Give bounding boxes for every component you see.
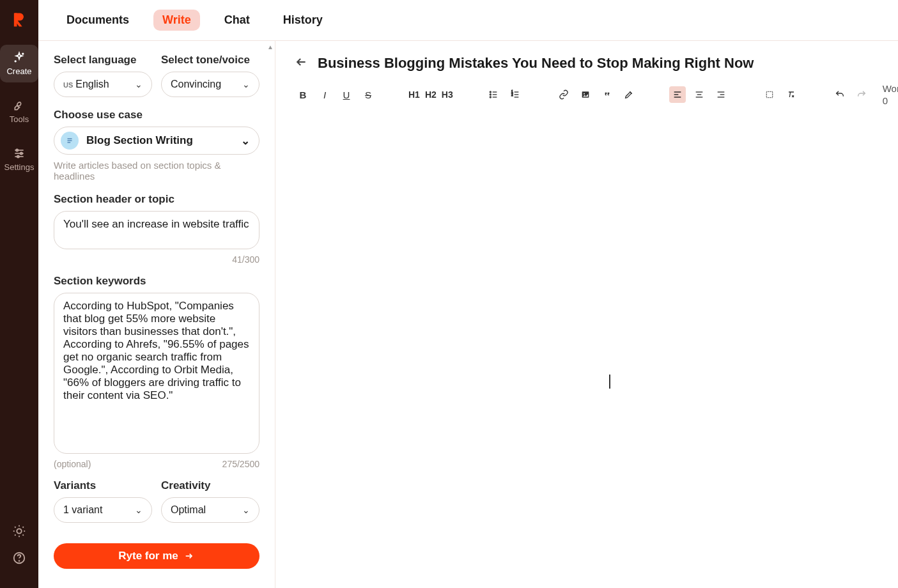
svg-text:2: 2 <box>511 93 513 97</box>
section-header-input[interactable] <box>54 211 259 249</box>
tab-history[interactable]: History <box>274 10 332 31</box>
tab-chat[interactable]: Chat <box>215 10 259 31</box>
svg-rect-0 <box>14 13 17 27</box>
section-header-counter: 41/300 <box>232 254 259 265</box>
svg-rect-51 <box>766 91 772 97</box>
usecase-select[interactable]: Blog Section Writing ⌄ <box>54 127 259 155</box>
variants-label: Variants <box>54 479 152 492</box>
words-stat: Words 0 <box>883 83 898 106</box>
creativity-value: Optimal <box>171 504 206 516</box>
creativity-label: Creativity <box>161 479 259 492</box>
clear-format-button[interactable] <box>783 86 800 103</box>
align-center-button[interactable] <box>691 86 708 103</box>
chevron-down-icon: ⌄ <box>242 79 250 89</box>
tone-value: Convincing <box>171 79 221 90</box>
top-tabs: Documents Write Chat History <box>38 0 898 41</box>
bold-button[interactable]: B <box>295 86 311 103</box>
sliders-icon <box>13 147 26 160</box>
chevron-down-icon: ⌄ <box>241 134 250 148</box>
sidebar-item-label: Settings <box>4 162 35 172</box>
left-sidebar: Create Tools Settings <box>0 0 38 588</box>
link-button[interactable] <box>555 86 572 103</box>
tone-select[interactable]: Convincing ⌄ <box>161 72 259 97</box>
tone-label: Select tone/voice <box>161 54 259 66</box>
chevron-down-icon: ⌄ <box>242 505 250 515</box>
quote-icon <box>602 89 612 100</box>
editor-content[interactable] <box>295 106 898 574</box>
language-value: English <box>75 79 109 89</box>
svg-line-17 <box>23 527 24 527</box>
arrow-right-icon <box>183 551 195 561</box>
clear-format-icon <box>786 89 796 100</box>
underline-button[interactable]: U <box>338 86 355 103</box>
svg-point-28 <box>490 91 491 93</box>
usecase-helper: Write articles based on section topics &… <box>54 160 259 182</box>
sidebar-item-create[interactable]: Create <box>0 45 38 82</box>
words-label: Words <box>883 83 898 94</box>
tab-documents[interactable]: Documents <box>58 10 138 31</box>
numbered-list-button[interactable]: 12 <box>507 86 523 103</box>
variants-select[interactable]: 1 variant ⌄ <box>54 497 152 523</box>
chevron-down-icon: ⌄ <box>135 79 143 89</box>
language-select[interactable]: USEnglish ⌄ <box>54 72 152 97</box>
submit-label: Ryte for me <box>118 550 178 562</box>
tab-write[interactable]: Write <box>153 10 200 31</box>
section-keywords-label: Section keywords <box>54 275 259 288</box>
document-title[interactable]: Business Blogging Mistakes You Need to S… <box>318 55 898 72</box>
redo-icon <box>856 89 867 100</box>
language-label: Select language <box>54 54 152 66</box>
logo <box>10 10 29 29</box>
sidebar-item-label: Tools <box>10 114 29 124</box>
keywords-counter: 275/2500 <box>222 459 259 469</box>
sidebar-item-tools[interactable]: Tools <box>0 93 38 130</box>
editor-panel: Business Blogging Mistakes You Need to S… <box>275 41 898 588</box>
back-button[interactable] <box>295 56 307 72</box>
usecase-label: Choose use case <box>54 109 259 121</box>
align-left-icon <box>672 89 683 100</box>
sidebar-item-settings[interactable]: Settings <box>0 141 38 178</box>
section-header-label: Section header or topic <box>54 193 259 206</box>
form-panel: ▲ Select language USEnglish ⌄ Select ton… <box>38 41 275 588</box>
sun-icon <box>12 524 26 538</box>
svg-point-9 <box>17 529 21 533</box>
image-icon <box>580 89 591 100</box>
undo-button[interactable] <box>832 86 848 103</box>
usecase-value: Blog Section Writing <box>86 134 193 147</box>
strikethrough-button[interactable]: S <box>360 86 376 103</box>
svg-line-16 <box>15 535 15 536</box>
image-button[interactable] <box>577 86 594 103</box>
highlight-button[interactable] <box>621 86 637 103</box>
italic-button[interactable]: I <box>316 86 333 103</box>
svg-point-2 <box>15 61 16 62</box>
svg-point-29 <box>490 94 491 95</box>
align-right-button[interactable] <box>713 86 729 103</box>
theme-toggle-button[interactable] <box>12 524 26 541</box>
bullet-list-button[interactable] <box>485 86 502 103</box>
section-keywords-input[interactable] <box>54 293 259 454</box>
help-button[interactable] <box>12 551 26 568</box>
select-all-icon <box>764 89 775 100</box>
arrow-left-icon <box>295 56 307 68</box>
submit-button[interactable]: Ryte for me <box>54 543 259 569</box>
quote-button[interactable] <box>599 86 615 103</box>
h2-button[interactable]: H2 <box>425 89 437 100</box>
sparkle-icon <box>13 51 26 64</box>
highlight-icon <box>624 89 634 100</box>
redo-button[interactable] <box>853 86 870 103</box>
h1-button[interactable]: H1 <box>408 89 420 100</box>
h3-button[interactable]: H3 <box>442 89 453 100</box>
svg-point-19 <box>19 561 20 561</box>
editor-toolbar: B I U S H1 H2 H3 12 <box>295 83 898 106</box>
chevron-down-icon: ⌄ <box>135 505 143 515</box>
svg-point-1 <box>22 53 24 54</box>
align-center-icon <box>694 89 704 100</box>
svg-line-15 <box>23 535 24 536</box>
select-all-button[interactable] <box>761 86 778 103</box>
svg-point-30 <box>490 97 491 98</box>
words-value: 0 <box>883 95 898 106</box>
align-left-button[interactable] <box>669 86 686 103</box>
creativity-select[interactable]: Optimal ⌄ <box>161 497 259 523</box>
bullet-list-icon <box>488 89 499 100</box>
wrench-icon <box>13 99 26 112</box>
variants-value: 1 variant <box>63 504 102 516</box>
